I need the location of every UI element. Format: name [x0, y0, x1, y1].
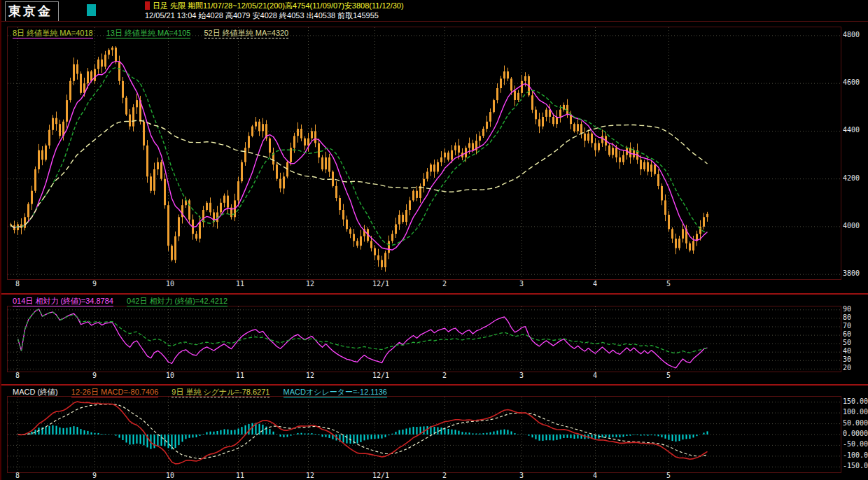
candle-body [118, 62, 120, 81]
candle-body [395, 225, 397, 234]
candle-body [318, 143, 320, 158]
candle-body [45, 146, 47, 160]
candle-body [73, 64, 75, 81]
y-axis-label: 4000 [843, 222, 860, 230]
candle-body [503, 71, 505, 78]
candle-body [671, 229, 673, 239]
x-axis-label: 8 [15, 472, 20, 479]
y-axis-label: 3800 [843, 269, 860, 277]
candle-body [580, 124, 582, 134]
candle-body [80, 74, 82, 93]
rsi-chart[interactable] [7, 306, 841, 372]
x-axis-label: 5 [666, 472, 671, 479]
candle-body [94, 69, 96, 81]
candle-body [521, 81, 523, 93]
candle-body [647, 162, 649, 172]
y-axis-label: -100.0000 [843, 451, 868, 459]
y-axis-label: 20 [843, 364, 851, 372]
x-axis-label: 3 [519, 280, 524, 288]
x-axis-label: 11 [236, 472, 244, 479]
candle-body [122, 81, 124, 98]
candle-body [167, 205, 169, 246]
candle-body [111, 48, 113, 50]
candle-body [451, 150, 453, 160]
macd-chart[interactable] [7, 396, 841, 473]
info-marker-icon [145, 1, 150, 10]
candle-body [430, 164, 432, 171]
header-divider [1, 21, 868, 22]
candle-body [342, 210, 344, 220]
x-axis-label: 12 [306, 280, 314, 288]
candle-body [132, 107, 134, 126]
candle-body [370, 241, 372, 248]
candle-body [538, 119, 540, 126]
candle-body [244, 148, 246, 162]
candle-body [563, 105, 565, 110]
candle-body [391, 234, 393, 241]
rsi-line-14 [18, 309, 708, 368]
instrument-title: 東京金 [5, 1, 59, 22]
candle-body [650, 164, 652, 171]
candle-body [307, 139, 309, 146]
candle-body [493, 100, 495, 112]
candle-body [195, 234, 197, 239]
candle-body [675, 239, 677, 248]
candle-body [223, 196, 225, 203]
x-axis-label: 8 [15, 280, 20, 288]
y-axis-label: 4200 [843, 174, 860, 182]
candle-body [703, 217, 705, 227]
main-price-chart[interactable] [7, 27, 841, 280]
candle-body [251, 127, 253, 136]
candle-body [220, 203, 222, 213]
y-axis-label: -50.0000 [843, 440, 868, 448]
y-axis-label: 4400 [843, 126, 860, 134]
candle-body [482, 129, 484, 136]
candle-body [325, 157, 327, 169]
candle-body [689, 243, 691, 250]
candle-body [384, 253, 386, 268]
candle-body [237, 181, 239, 200]
candle-body [552, 117, 554, 124]
x-axis-label: 5 [666, 280, 671, 288]
candle-body [640, 160, 642, 169]
candle-body [535, 110, 537, 120]
candle-body [517, 93, 519, 100]
candle-body [454, 146, 456, 150]
x-axis-label: 10 [166, 472, 174, 479]
candle-body [591, 134, 593, 143]
candle-body [524, 76, 526, 81]
candle-body [437, 162, 439, 172]
rsi-x-axis: 8910111212/12345 [7, 372, 840, 381]
candle-body [587, 134, 589, 141]
main-x-axis: 8910111212/12345 [7, 280, 840, 289]
candle-body [514, 90, 516, 100]
candle-body [360, 237, 362, 246]
candle-body [489, 112, 491, 122]
chart-window: 東京金 日足 先限 期間11/07/28~12/05/21(200)高4754(… [0, 0, 868, 480]
candle-body [241, 162, 243, 181]
x-axis-label: 5 [666, 372, 671, 379]
rsi-y-axis: 2030405060708090 [843, 306, 868, 371]
candle-body [608, 146, 610, 155]
x-axis-label: 2 [442, 372, 447, 379]
candle-body [661, 186, 663, 201]
candle-body [374, 248, 376, 255]
candle-body [409, 200, 411, 210]
candle-body [38, 150, 40, 169]
x-axis-label: 9 [92, 280, 97, 288]
candle-body [405, 210, 407, 222]
candle-body [706, 214, 708, 217]
x-axis-label: 2 [442, 280, 447, 288]
candle-body [657, 174, 659, 186]
candle-body [507, 71, 509, 78]
candle-body [440, 157, 442, 162]
ma8-legend: 8日 終値単純 MA=4018 [13, 29, 93, 38]
candle-body [321, 157, 323, 169]
x-axis-label: 8 [15, 372, 20, 379]
rsi42-legend: 042日 相対力 (終値)=42.4212 [127, 297, 227, 306]
y-axis-label: 40 [843, 347, 851, 355]
candle-body [335, 186, 337, 198]
chart-info-line1: 日足 先限 期間11/07/28~12/05/21(200)高4754(11/0… [153, 1, 404, 11]
x-axis-label: 9 [92, 472, 97, 479]
candle-body [206, 203, 208, 210]
